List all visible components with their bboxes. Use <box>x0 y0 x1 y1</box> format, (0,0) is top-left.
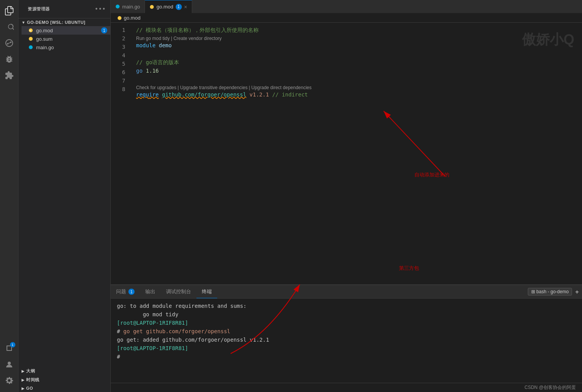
timeline-label: 时间线 <box>26 377 40 383</box>
footer-text: CSDN @创客协会的阿蛋 <box>524 384 576 391</box>
maingo-file-icon <box>28 44 34 50</box>
require-space-3 <box>269 90 272 99</box>
go-section[interactable]: ▶ GO <box>18 384 110 392</box>
code-line-6 <box>136 75 576 83</box>
module-keyword: module <box>136 41 156 50</box>
terminal-line-6: [root@LAPTOP-1RIF8R81] <box>117 344 576 352</box>
terminal-line-3: [root@LAPTOP-1RIF8R81] <box>117 319 576 327</box>
gomod-tab-icon <box>150 5 154 9</box>
accounts-icon[interactable] <box>2 357 17 372</box>
t-line4-cmd: go get github.com/forgoer/openssl <box>123 328 230 334</box>
outline-section[interactable]: ▶ 大纲 <box>18 367 110 375</box>
require-url: github.com/forgoer/openssl <box>162 90 246 99</box>
go-chevron-icon: ▶ <box>22 386 25 390</box>
require-version: v1.2.1 <box>249 90 269 99</box>
require-indirect: // indirect <box>272 90 308 99</box>
panel-tab-problems[interactable]: 问题 1 <box>111 285 140 298</box>
gomod-filename: go.mod <box>36 28 53 33</box>
project-header[interactable]: ▼ GO-DEMO [WSL: UBUNTU] <box>18 18 110 26</box>
outline-chevron-icon: ▶ <box>22 369 25 373</box>
terminal-line-5: go get: added github.com/forgoer/openssl… <box>117 336 576 344</box>
code-line-5: go 1.16 <box>136 66 576 75</box>
code-line-4: // go语言的版本 <box>136 58 576 66</box>
gomod-file-icon: ∞ <box>28 27 34 33</box>
code-line-7: require github.com/forgoer/openssl v1.2.… <box>136 90 576 99</box>
gomod-tab-close-icon[interactable]: × <box>184 4 187 10</box>
go-keyword: go <box>136 66 143 75</box>
t-line3: [root@LAPTOP-1RIF8R81] <box>117 320 188 326</box>
t-line1: go: to add module requirements and sums: <box>117 303 246 309</box>
terminal-line-4: # go get github.com/forgoer/openssl <box>117 327 576 336</box>
svg-point-8 <box>116 5 120 8</box>
file-item-gosum[interactable]: go.sum <box>22 35 110 43</box>
panel-tabs: 问题 1 输出 调试控制台 终端 ⊞ bash - go-demo <box>111 285 582 299</box>
module-name: demo <box>159 41 172 50</box>
terminal-add-icon[interactable]: + <box>575 288 579 296</box>
code-line-1: // 模块名（项目名称），外部包引入所使用的名称 <box>136 26 576 34</box>
code-line-3 <box>136 50 576 58</box>
watermark: 傲娇小Q <box>522 30 574 49</box>
svg-point-10 <box>118 16 121 20</box>
tab-maingo[interactable]: main.go <box>111 0 145 13</box>
settings-icon[interactable] <box>2 373 17 388</box>
t-line4-hash: # <box>117 328 123 334</box>
line-numbers: 1 2 3 4 5 6 7 8 <box>111 23 130 284</box>
gosum-filename: go.sum <box>36 36 53 42</box>
main-area: main.go go.mod 1 × go.mod 1 <box>111 0 582 392</box>
hint-3: Check for upgrades | Upgrade transitive … <box>136 83 576 90</box>
editor-filename: go.mod <box>124 15 140 21</box>
tab-gomod[interactable]: go.mod 1 × <box>145 0 192 13</box>
require-space <box>159 90 162 99</box>
remote-icon[interactable] <box>2 341 17 356</box>
bottom-panel: 问题 1 输出 调试控制台 终端 ⊞ bash - go-demo <box>111 284 582 392</box>
t-line7: # <box>117 354 120 360</box>
svg-line-2 <box>8 43 10 43</box>
maingo-filename: main.go <box>36 45 54 50</box>
source-control-icon[interactable] <box>2 35 17 51</box>
editor-file-icon <box>117 15 122 21</box>
require-keyword-2: ire <box>149 90 159 99</box>
third-party-label: 第三方包 <box>399 264 419 272</box>
go-label: GO <box>26 386 33 390</box>
editor-container: go.mod 1 2 3 4 5 6 7 8 <box>111 13 582 392</box>
file-item-gomod[interactable]: ∞ go.mod 1 <box>22 26 110 35</box>
code-line-8 <box>136 99 576 107</box>
extensions-icon[interactable] <box>2 68 17 83</box>
file-tree: ∞ go.mod 1 go.sum main.go <box>18 26 110 51</box>
terminal-new-btn[interactable]: ⊞ bash - go-demo <box>528 288 572 296</box>
timeline-section[interactable]: ▶ 时间线 <box>18 375 110 384</box>
terminal-line-1: go: to add module requirements and sums: <box>117 302 576 310</box>
svg-point-9 <box>150 5 154 9</box>
timeline-chevron-icon: ▶ <box>22 378 25 382</box>
terminal-label: 终端 <box>202 288 212 295</box>
go-space <box>143 66 146 75</box>
sidebar-title: 资源管理器 <box>23 3 95 15</box>
editor-content[interactable]: 1 2 3 4 5 6 7 8 // 模块名（项目名称），外部包引入所 <box>111 23 582 284</box>
debug-icon[interactable] <box>2 51 17 67</box>
files-icon[interactable] <box>2 3 17 18</box>
file-item-maingo[interactable]: main.go <box>22 43 110 51</box>
code-content[interactable]: // 模块名（项目名称），外部包引入所使用的名称 Run go mod tidy… <box>130 23 582 284</box>
svg-point-3 <box>8 362 11 365</box>
problems-label: 问题 <box>116 288 126 295</box>
hint-1: Run go mod tidy | Create vendor director… <box>136 34 576 41</box>
tab-maingo-label: main.go <box>122 4 140 10</box>
search-icon[interactable] <box>2 19 17 35</box>
terminal-new-label: ⊞ bash - go-demo <box>531 289 569 294</box>
panel-footer: CSDN @创客协会的阿蛋 <box>111 383 582 392</box>
panel-tab-debug-console[interactable]: 调试控制台 <box>161 285 196 298</box>
activity-bottom <box>2 341 17 392</box>
t-line5: go get: added github.com/forgoer/openssl… <box>117 337 269 343</box>
panel-tab-terminal[interactable]: 终端 <box>196 285 217 298</box>
tab-gomod-label: go.mod <box>156 4 173 10</box>
panel-actions: ⊞ bash - go-demo + <box>528 285 582 298</box>
terminal-content[interactable]: go: to add module requirements and sums:… <box>111 299 582 383</box>
auto-added-label: 自动添加进来的 <box>414 171 449 179</box>
activity-bar <box>0 0 18 392</box>
require-keyword: requ <box>136 90 149 99</box>
tab-bar: main.go go.mod 1 × <box>111 0 582 13</box>
output-label: 输出 <box>145 288 155 295</box>
sidebar-more-icon[interactable]: ••• <box>95 5 106 13</box>
panel-tab-output[interactable]: 输出 <box>140 285 161 298</box>
outline-label: 大纲 <box>26 368 35 374</box>
